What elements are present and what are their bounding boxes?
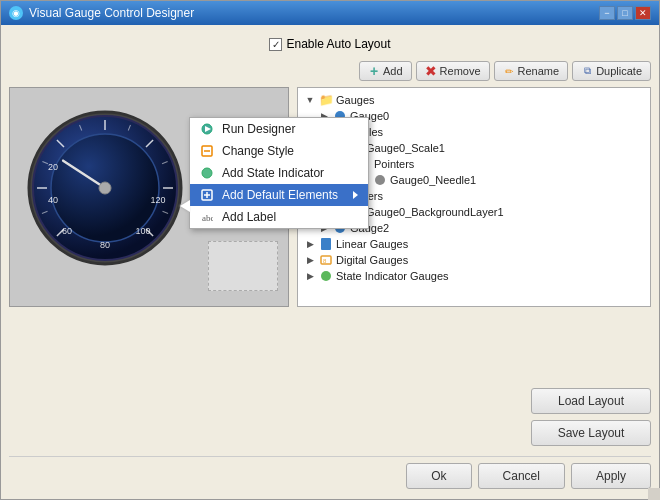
canvas-placeholder-box xyxy=(208,241,278,291)
window-title: Visual Gauge Control Designer xyxy=(29,6,194,20)
remove-button[interactable]: ✖ Remove xyxy=(416,61,490,81)
change-style-label: Change Style xyxy=(222,144,294,158)
footer-row: Ok Cancel Apply xyxy=(9,456,651,491)
svg-text:20: 20 xyxy=(48,162,58,172)
main-window: ◉ Visual Gauge Control Designer − □ ✕ ✓ … xyxy=(0,0,660,500)
remove-icon: ✖ xyxy=(425,65,437,77)
duplicate-icon: ⧉ xyxy=(581,65,593,77)
auto-layout-label: Enable Auto Layout xyxy=(286,37,390,51)
duplicate-label: Duplicate xyxy=(596,65,642,77)
svg-text:120: 120 xyxy=(150,195,165,205)
add-default-elements-label: Add Default Elements xyxy=(222,188,338,202)
load-layout-button[interactable]: Load Layout xyxy=(531,388,651,414)
bottom-buttons: Load Layout Save Layout xyxy=(9,388,651,446)
context-menu: Run Designer Change Style Add State Indi… xyxy=(189,117,369,229)
apply-button[interactable]: Apply xyxy=(571,463,651,489)
auto-layout-row: ✓ Enable Auto Layout xyxy=(9,33,651,55)
remove-label: Remove xyxy=(440,65,481,77)
close-button[interactable]: ✕ xyxy=(635,6,651,20)
window-icon: ◉ xyxy=(9,6,23,20)
context-menu-add-label[interactable]: abc Add Label xyxy=(190,206,368,228)
list-item[interactable]: ▶ Linear Gauges xyxy=(302,236,646,252)
label-icon: abc xyxy=(200,210,214,224)
folder-icon: 📁 xyxy=(319,93,333,107)
save-layout-button[interactable]: Save Layout xyxy=(531,420,651,446)
ok-button[interactable]: Ok xyxy=(406,463,471,489)
svg-text:40: 40 xyxy=(48,195,58,205)
gauge-svg: 20 40 60 80 100 120 xyxy=(25,108,185,268)
default-icon xyxy=(200,188,214,202)
brush-icon xyxy=(200,144,214,158)
title-bar-buttons: − □ ✕ xyxy=(599,6,651,20)
context-menu-add-default-elements[interactable]: Add Default Elements xyxy=(190,184,368,206)
tree-expander: ▼ xyxy=(304,94,316,106)
title-bar: ◉ Visual Gauge Control Designer − □ ✕ xyxy=(1,1,659,25)
rename-button[interactable]: ✏ Rename xyxy=(494,61,569,81)
add-button[interactable]: + Add xyxy=(359,61,412,81)
play-icon xyxy=(200,122,214,136)
main-area: 20 40 60 80 100 120 xyxy=(9,87,651,378)
title-bar-left: ◉ Visual Gauge Control Designer xyxy=(9,6,194,20)
add-label-label: Add Label xyxy=(222,210,276,224)
tree-expander: ▶ xyxy=(304,254,316,266)
tree-expander: ▶ xyxy=(304,270,316,282)
add-label: Add xyxy=(383,65,403,77)
svg-text:60: 60 xyxy=(62,226,72,236)
main-content: ✓ Enable Auto Layout + Add ✖ Remove ✏ Re… xyxy=(1,25,659,499)
auto-layout-checkbox[interactable]: ✓ xyxy=(269,38,282,51)
rename-icon: ✏ xyxy=(503,65,515,77)
svg-text:abc: abc xyxy=(202,213,213,223)
context-menu-add-state-indicator[interactable]: Add State Indicator xyxy=(190,162,368,184)
run-designer-label: Run Designer xyxy=(222,122,295,136)
context-menu-run-designer[interactable]: Run Designer xyxy=(190,118,368,140)
svg-text:8: 8 xyxy=(323,258,327,264)
tree-expander: ▶ xyxy=(304,238,316,250)
submenu-arrow xyxy=(353,191,358,199)
indicator-icon xyxy=(200,166,214,180)
add-state-indicator-label: Add State Indicator xyxy=(222,166,324,180)
list-item[interactable]: ▼ 📁 Gauges xyxy=(302,92,646,108)
context-menu-arrow xyxy=(180,200,190,212)
svg-text:80: 80 xyxy=(100,240,110,250)
svg-point-28 xyxy=(202,168,212,178)
minimize-button[interactable]: − xyxy=(599,6,615,20)
maximize-button[interactable]: □ xyxy=(617,6,633,20)
scrollbar-corner xyxy=(648,488,660,500)
add-icon: + xyxy=(368,65,380,77)
cancel-button[interactable]: Cancel xyxy=(478,463,565,489)
rename-label: Rename xyxy=(518,65,560,77)
svg-text:100: 100 xyxy=(135,226,150,236)
toolbar-row: + Add ✖ Remove ✏ Rename ⧉ Duplicate xyxy=(9,61,651,81)
svg-point-23 xyxy=(99,182,111,194)
gauge-container: 20 40 60 80 100 120 xyxy=(25,108,195,278)
auto-layout-checkbox-label[interactable]: ✓ Enable Auto Layout xyxy=(269,37,390,51)
list-item[interactable]: ▶ 8 Digital Gauges xyxy=(302,252,646,268)
context-menu-change-style[interactable]: Change Style xyxy=(190,140,368,162)
duplicate-button[interactable]: ⧉ Duplicate xyxy=(572,61,651,81)
list-item[interactable]: ▶ State Indicator Gauges xyxy=(302,268,646,284)
